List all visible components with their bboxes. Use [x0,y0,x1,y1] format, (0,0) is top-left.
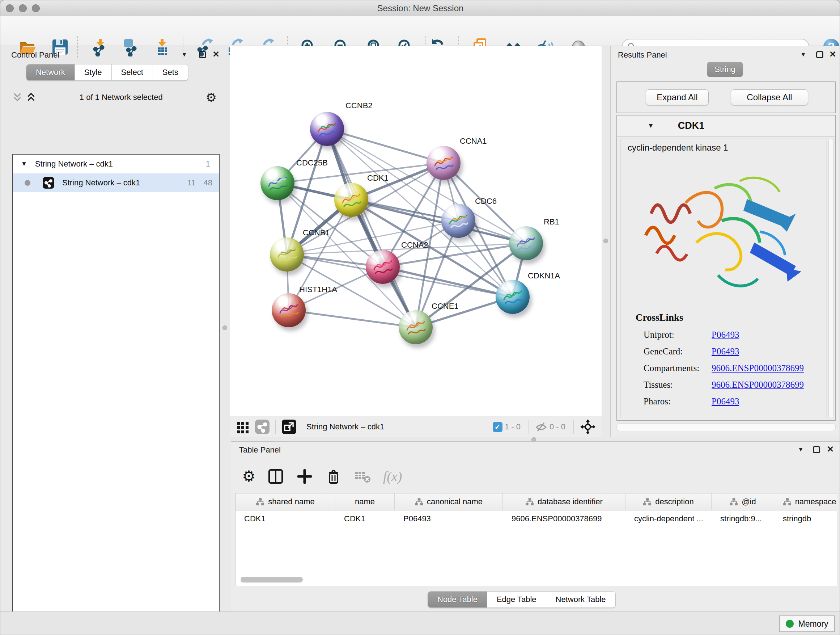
gene-description: cyclin-dependent kinase 1 [628,143,728,153]
edge-HIST1H1A-CCNE1[interactable] [289,310,416,327]
node-RB1[interactable] [509,226,543,260]
results-horizontal-scrollbar[interactable] [616,423,836,431]
status-bar: Memory [0,611,840,635]
table-settings-gear-icon[interactable]: ⚙ [242,469,256,484]
navbar-separator [275,420,276,434]
hierarchy-icon [525,497,534,506]
selected-checkbox-icon[interactable]: ✓ [493,422,502,432]
tab-edge-table[interactable]: Edge Table [487,592,546,608]
detach-view-icon[interactable] [282,420,296,434]
node-CCNE1[interactable] [399,310,433,344]
edge-CCNB2-CCNA1[interactable] [327,129,444,163]
add-column-icon[interactable] [295,467,314,486]
column-header-at-id[interactable]: @id [712,494,774,510]
tab-select[interactable]: Select [112,65,153,80]
network-tree-child-row[interactable]: String Network – cdk1 11 48 [13,173,219,192]
delete-icon[interactable] [325,467,343,486]
network-canvas[interactable]: CCNB2 CCNA1 CDC25B CDK1 CDC6 RB1 CCNB1 C… [230,46,602,416]
node-CDKN1A[interactable] [496,280,530,314]
hierarchy-icon [729,497,738,506]
control-panel-maximize-icon[interactable] [199,51,206,58]
crosslink-link[interactable]: P06493 [712,330,739,340]
left-splitter-handle[interactable] [223,325,227,330]
control-panel-close-icon[interactable]: ✕ [212,51,219,58]
expand-all-button[interactable]: Expand All [646,89,709,105]
collection-count: 1 [206,159,210,169]
tab-string[interactable]: String [707,62,743,77]
tab-node-table[interactable]: Node Table [428,592,487,608]
crosslink-label: Tissues: [644,380,712,390]
node-label-HIST1H1A: HIST1H1A [299,285,337,295]
crosslink-link[interactable]: P06493 [712,396,739,407]
tab-network-table[interactable]: Network Table [546,592,615,608]
control-panel-float-icon[interactable]: ▼ [181,51,187,58]
grid-view-icon[interactable] [235,420,250,434]
tree-expand-icon[interactable]: ▼ [21,160,27,168]
table-cell[interactable]: stringdb [774,510,837,527]
column-header-database-identifier[interactable]: database identifier [503,494,625,510]
protein-ribbon-thumbnail [277,299,300,322]
node-CCNA2[interactable] [366,250,400,284]
table-cell[interactable]: cyclin-dependent ... [625,510,712,527]
results-vertical-scrollbar[interactable] [829,139,834,418]
share-view-icon[interactable] [255,420,270,434]
node-table: shared namenamecanonical namedatabase id… [235,493,837,586]
node-CDC25B[interactable] [261,166,294,200]
edge-CCNA2-CDKN1A[interactable] [383,267,513,297]
gene-collapse-icon[interactable]: ▼ [647,122,654,130]
collapse-all-icon[interactable] [26,92,36,103]
table-panel-close-icon[interactable]: ✕ [827,446,834,453]
crosslink-row-0: Uniprot:P06493 [644,326,817,343]
network-view-title: String Network – cdk1 [306,422,384,432]
table-cell[interactable]: CDK1 [235,510,335,527]
node-CCNB2[interactable] [310,112,344,146]
tab-sets[interactable]: Sets [153,65,188,80]
node-HIST1H1A[interactable] [272,293,306,327]
table-cell[interactable]: stringdb:9... [712,510,774,527]
table-row[interactable]: CDK1CDK1P064939606.ENSP00000378699cyclin… [235,510,837,527]
column-header-canonical-name[interactable]: canonical name [395,494,503,510]
right-splitter-handle[interactable] [603,239,608,243]
crosslinks-list: Uniprot:P06493GeneCard:P06493Compartment… [644,326,817,410]
table-cell[interactable]: P06493 [395,510,503,527]
gene-header-row[interactable]: ▼ CDK1 [617,116,835,136]
table-tabs: Node TableEdge TableNetwork Table [428,591,616,608]
column-header-name[interactable]: name [335,494,395,510]
results-panel-close-icon[interactable]: ✕ [829,51,836,58]
table-cell[interactable]: CDK1 [335,510,395,527]
network-tree-root-row[interactable]: ▼ String Network – cdk1 1 [13,155,219,173]
table-panel-maximize-icon[interactable] [813,446,820,453]
collapse-all-button[interactable]: Collapse All [731,89,808,105]
node-CCNB1[interactable] [270,238,304,272]
birds-eye-toggle-icon[interactable] [580,419,596,435]
results-panel: Results Panel ▼ ✕ String Expand All Coll… [610,46,840,437]
crosslink-link[interactable]: 9606.ENSP00000378699 [712,380,804,390]
node-CDK1[interactable] [334,183,368,217]
node-CDC6[interactable] [441,204,475,238]
selected-counter: 1 - 0 [505,422,521,432]
table-panel-title: Table Panel [239,445,281,455]
column-header-namespace[interactable]: namespace [774,494,837,510]
gear-icon[interactable]: ⚙ [206,91,217,103]
gene-details-box: cyclin-dependent kinase 1 [620,139,827,418]
node-CCNA1[interactable] [426,146,461,180]
tab-network[interactable]: Network [27,65,75,80]
column-header-description[interactable]: description [625,494,712,510]
table-cell[interactable]: 9606.ENSP00000378699 [503,510,625,527]
results-panel-maximize-icon[interactable] [816,51,823,58]
memory-button[interactable]: Memory [779,616,835,632]
results-panel-float-icon[interactable]: ▼ [800,51,806,58]
crosslink-link[interactable]: P06493 [712,347,739,356]
table-panel-float-icon[interactable]: ▼ [798,446,804,453]
tab-style[interactable]: Style [75,65,112,80]
columns-icon[interactable] [267,467,285,486]
table-horizontal-scrollbar[interactable] [240,577,303,583]
crosslink-row-4: Pharos:P06493 [644,393,817,410]
node-label-CCNB1: CCNB1 [303,228,330,238]
protein-ribbon-thumbnail [501,285,524,309]
column-header-shared-name[interactable]: shared name [235,494,335,510]
crosslink-link[interactable]: 9606.ENSP00000378699 [712,363,804,373]
edge-CCNB2-CCNE1[interactable] [327,129,416,327]
expand-all-icon[interactable] [12,92,23,103]
crosslink-label: Pharos: [644,396,712,407]
